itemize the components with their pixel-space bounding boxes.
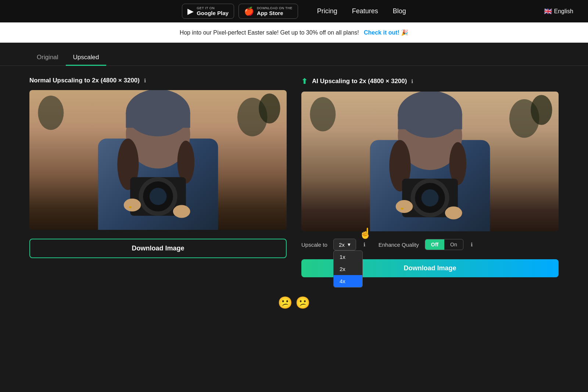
tabs-row: Original Upscaled bbox=[0, 43, 588, 66]
svg-point-31 bbox=[396, 200, 413, 213]
svg-rect-33 bbox=[401, 208, 404, 210]
svg-rect-16 bbox=[129, 206, 132, 208]
language-label: English bbox=[554, 8, 573, 15]
enhance-info-button[interactable]: ℹ bbox=[471, 242, 473, 247]
svg-point-14 bbox=[124, 199, 141, 211]
bottom-row: 😕 😕 bbox=[0, 288, 588, 317]
banner-cta[interactable]: Check it out! bbox=[364, 29, 399, 36]
app-store-badge[interactable]: 🍎 Download on the App Store bbox=[239, 4, 298, 19]
right-info-button[interactable]: ℹ bbox=[411, 78, 413, 84]
nav-features[interactable]: Features bbox=[352, 7, 378, 15]
right-panel: ⬆ AI Upscaling to 2x (4800 × 3200) ℹ bbox=[301, 77, 559, 277]
scale-dropdown-wrapper: 2x ▾ 1x 2x 4x ☝ bbox=[333, 239, 356, 250]
toggle-off-button[interactable]: Off bbox=[425, 239, 444, 250]
svg-point-13 bbox=[150, 188, 167, 205]
scale-value: 2x bbox=[339, 242, 345, 248]
svg-point-30 bbox=[422, 189, 439, 207]
left-download-button[interactable]: Download Image bbox=[29, 239, 287, 258]
svg-point-18 bbox=[310, 97, 336, 131]
google-play-badge[interactable]: ▶ GET IT ON Google Play bbox=[182, 4, 234, 19]
enhance-toggle: Off On bbox=[425, 239, 463, 250]
google-play-icon: ▶ bbox=[187, 7, 194, 16]
scale-option-1x[interactable]: 1x bbox=[334, 251, 362, 263]
google-play-sub: GET IT ON bbox=[197, 6, 229, 10]
svg-point-20 bbox=[531, 95, 552, 125]
nav-pricing[interactable]: Pricing bbox=[317, 7, 337, 15]
dropdown-chevron-icon: ▾ bbox=[348, 241, 351, 248]
store-badges: ▶ GET IT ON Google Play 🍎 Download on th… bbox=[182, 4, 298, 19]
scale-dropdown-menu: 1x 2x 4x bbox=[333, 250, 363, 288]
banner-message: Hop into our Pixel-perfect Easter sale! … bbox=[180, 29, 359, 36]
svg-point-3 bbox=[259, 93, 280, 124]
banner-emoji: 🎉 bbox=[401, 29, 408, 36]
app-store-name: App Store bbox=[257, 10, 293, 16]
nav-blog[interactable]: Blog bbox=[393, 7, 406, 15]
bottom-emojis: 😕 😕 bbox=[278, 296, 311, 309]
left-info-button[interactable]: ℹ bbox=[144, 78, 146, 83]
nav-links: Pricing Features Blog bbox=[317, 7, 406, 15]
upscale-label: Upscale to bbox=[301, 242, 327, 248]
scale-info-button[interactable]: ℹ bbox=[363, 242, 365, 247]
svg-rect-24 bbox=[398, 114, 462, 129]
promo-banner: Hop into our Pixel-perfect Easter sale! … bbox=[0, 22, 588, 43]
top-nav: ▶ GET IT ON Google Play 🍎 Download on th… bbox=[0, 0, 588, 22]
scale-option-4x[interactable]: 4x bbox=[334, 275, 362, 287]
main-content: Normal Upscaling to 2x (4800 × 3200) ℹ bbox=[0, 66, 588, 288]
svg-point-15 bbox=[173, 205, 190, 218]
svg-point-1 bbox=[38, 96, 64, 130]
svg-point-32 bbox=[445, 207, 462, 220]
enhance-label: Enhance Quality bbox=[379, 242, 419, 248]
toggle-on-button[interactable]: On bbox=[444, 239, 463, 250]
scale-dropdown-button[interactable]: 2x ▾ bbox=[333, 239, 356, 250]
left-panel-title: Normal Upscaling to 2x (4800 × 3200) ℹ bbox=[29, 77, 287, 84]
left-image-container bbox=[29, 90, 287, 230]
google-play-name: Google Play bbox=[197, 10, 229, 16]
app-store-sub: Download on the bbox=[257, 6, 293, 10]
nav-language[interactable]: 🇬🇧 English bbox=[544, 7, 573, 15]
controls-row: Upscale to 2x ▾ 1x 2x 4x ☝ ℹ Enhance Qua… bbox=[301, 239, 559, 250]
left-panel: Normal Upscaling to 2x (4800 × 3200) ℹ bbox=[29, 77, 287, 277]
right-image-container bbox=[301, 92, 559, 231]
tab-original[interactable]: Original bbox=[29, 50, 66, 66]
scale-option-2x[interactable]: 2x bbox=[334, 263, 362, 275]
svg-rect-7 bbox=[126, 113, 190, 128]
flag-icon: 🇬🇧 bbox=[544, 7, 552, 15]
ai-upscale-icon: ⬆ bbox=[301, 77, 308, 86]
tab-upscaled[interactable]: Upscaled bbox=[66, 50, 107, 66]
right-panel-title: ⬆ AI Upscaling to 2x (4800 × 3200) ℹ bbox=[301, 77, 559, 86]
apple-icon: 🍎 bbox=[244, 7, 254, 16]
